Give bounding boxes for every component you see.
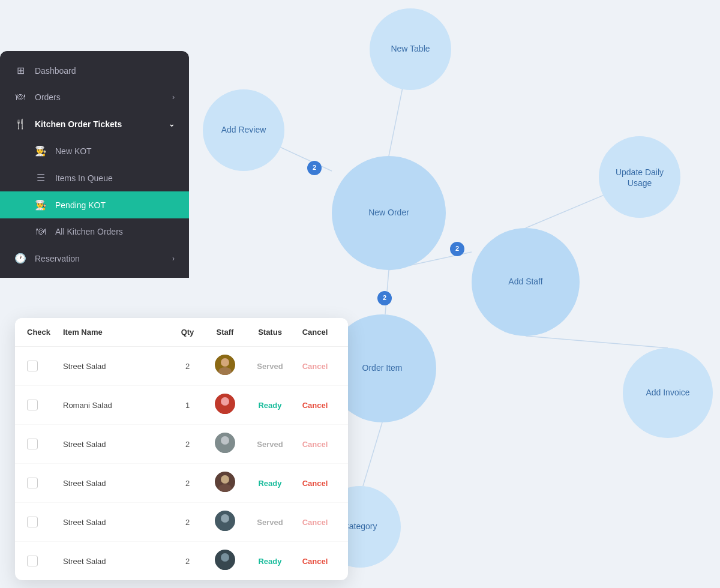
row-item-name: Street Salad — [63, 479, 171, 488]
svg-point-29 — [221, 553, 229, 562]
row-cancel-button[interactable]: Cancel — [294, 518, 336, 527]
queue-icon: ☰ — [35, 172, 47, 184]
svg-line-5 — [526, 336, 668, 348]
row-checkbox[interactable] — [27, 439, 38, 449]
sidebar-item-reservation[interactable]: 🕐 Reservation › — [0, 245, 189, 272]
sidebar-item-new-kot[interactable]: 👨‍🍳 New KOT — [0, 137, 189, 164]
svg-text:2: 2 — [313, 164, 316, 171]
row-cancel-button[interactable]: Cancel — [294, 401, 336, 410]
row-checkbox[interactable] — [27, 556, 38, 566]
svg-text:Add Invoice: Add Invoice — [646, 388, 689, 397]
chevron-down-icon: ⌄ — [169, 120, 175, 128]
sidebar-label-reservation: Reservation — [35, 254, 80, 263]
svg-text:Order Item: Order Item — [362, 363, 403, 373]
svg-text:Usage: Usage — [628, 178, 652, 188]
staff-avatar — [215, 472, 235, 492]
svg-point-26 — [218, 484, 232, 492]
row-qty: 2 — [171, 557, 204, 566]
sidebar-item-kot[interactable]: 🍴 Kitchen Order Tickets ⌄ — [0, 110, 189, 137]
sidebar-item-orders[interactable]: 🍽 Orders › — [0, 84, 189, 110]
row-status: Served — [246, 440, 294, 449]
row-qty: 2 — [171, 518, 204, 527]
staff-avatar — [215, 355, 235, 375]
reservation-chevron-icon: › — [172, 254, 175, 263]
table-header: Check Item Name Qty Staff Status Cancel — [15, 318, 348, 347]
svg-point-25 — [221, 475, 229, 484]
sidebar-label-new-kot: New KOT — [55, 146, 92, 156]
staff-avatar — [215, 433, 235, 453]
table-row: Street Salad 2 Served Cancel — [15, 347, 348, 386]
sidebar-label-all-kitchen-orders: All Kitchen Orders — [55, 227, 123, 236]
row-item-name: Street Salad — [63, 362, 171, 371]
svg-point-23 — [221, 436, 229, 445]
row-cancel-button[interactable]: Cancel — [294, 440, 336, 449]
svg-text:2: 2 — [383, 294, 386, 301]
row-qty: 2 — [171, 362, 204, 371]
row-item-name: Street Salad — [63, 440, 171, 449]
staff-avatar — [215, 511, 235, 531]
svg-point-28 — [218, 523, 232, 531]
col-header-cancel: Cancel — [294, 328, 336, 337]
sidebar-label-items-in-queue: Items In Queue — [55, 173, 113, 183]
sidebar-label-orders: Orders — [35, 92, 61, 102]
table-row: Street Salad 2 Served Cancel — [15, 425, 348, 464]
col-header-status: Status — [246, 328, 294, 337]
row-cancel-button[interactable]: Cancel — [294, 479, 336, 488]
col-header-staff: Staff — [204, 328, 246, 337]
svg-text:2: 2 — [455, 245, 459, 252]
table-row: Romani Salad 1 Ready Cancel — [15, 386, 348, 425]
svg-point-30 — [218, 562, 232, 570]
svg-point-20 — [218, 367, 232, 375]
col-header-qty: Qty — [171, 328, 204, 337]
sidebar-item-pending-kot[interactable]: 👨‍🍳 Pending KOT — [0, 191, 189, 218]
row-cancel-button[interactable]: Cancel — [294, 362, 336, 371]
svg-text:Add Staff: Add Staff — [508, 277, 542, 286]
sidebar-item-dashboard[interactable]: ⊞ Dashboard — [0, 57, 189, 84]
new-kot-icon: 👨‍🍳 — [35, 145, 47, 157]
sidebar-label-kot: Kitchen Order Tickets — [35, 119, 122, 129]
svg-point-27 — [221, 514, 229, 523]
dashboard-icon: ⊞ — [14, 65, 26, 76]
all-orders-icon: 🍽 — [35, 226, 47, 237]
update-daily-usage-node[interactable] — [599, 136, 680, 218]
chevron-icon: › — [172, 93, 175, 101]
staff-avatar — [215, 550, 235, 570]
sidebar-item-all-kitchen-orders[interactable]: 🍽 All Kitchen Orders — [0, 218, 189, 245]
table-row: Street Salad 2 Ready Cancel — [15, 542, 348, 580]
sidebar-item-items-in-queue[interactable]: ☰ Items In Queue — [0, 164, 189, 191]
reservation-icon: 🕐 — [14, 253, 26, 264]
row-qty: 2 — [171, 479, 204, 488]
col-header-item: Item Name — [63, 328, 171, 337]
svg-text:Category: Category — [343, 521, 377, 531]
col-header-check: Check — [27, 328, 63, 337]
svg-text:New Table: New Table — [391, 44, 430, 53]
row-checkbox[interactable] — [27, 361, 38, 371]
row-qty: 1 — [171, 401, 204, 410]
sidebar: ⊞ Dashboard 🍽 Orders › 🍴 Kitchen Order T… — [0, 51, 189, 278]
svg-point-22 — [218, 406, 232, 414]
kot-icon: 🍴 — [14, 118, 26, 130]
row-status: Ready — [246, 557, 294, 566]
order-table-panel: Check Item Name Qty Staff Status Cancel … — [15, 318, 348, 580]
row-checkbox[interactable] — [27, 478, 38, 488]
row-status: Ready — [246, 401, 294, 410]
row-qty: 2 — [171, 440, 204, 449]
svg-point-21 — [221, 397, 229, 406]
staff-avatar — [215, 394, 235, 414]
svg-text:Add Review: Add Review — [221, 125, 267, 134]
row-checkbox[interactable] — [27, 400, 38, 410]
sidebar-label-dashboard: Dashboard — [35, 66, 76, 76]
row-status: Served — [246, 362, 294, 371]
svg-line-6 — [363, 422, 382, 486]
row-cancel-button[interactable]: Cancel — [294, 557, 336, 566]
table-row: Street Salad 2 Ready Cancel — [15, 464, 348, 503]
sidebar-label-pending-kot: Pending KOT — [55, 200, 106, 210]
orders-icon: 🍽 — [14, 92, 26, 103]
svg-text:Update Daily: Update Daily — [616, 167, 664, 177]
row-item-name: Romani Salad — [63, 401, 171, 410]
row-checkbox[interactable] — [27, 517, 38, 527]
row-status: Served — [246, 518, 294, 527]
table-row: Street Salad 2 Served Cancel — [15, 503, 348, 542]
row-item-name: Street Salad — [63, 557, 171, 566]
svg-point-24 — [218, 445, 232, 453]
